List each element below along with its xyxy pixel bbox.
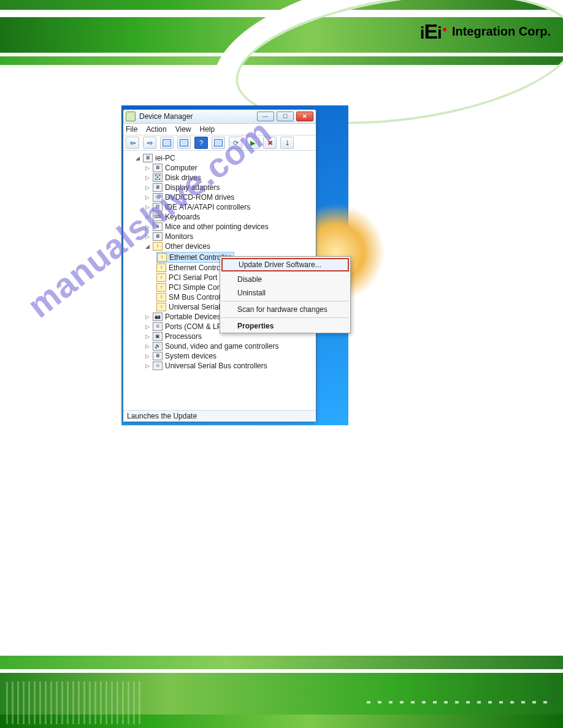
tree-item[interactable]: ▷🔊Sound, video and game controllers — [144, 341, 312, 351]
ctx-update-driver[interactable]: Update Driver Software... — [221, 258, 349, 271]
menu-view[interactable]: View — [175, 125, 191, 134]
view-icon[interactable] — [177, 137, 191, 149]
ctx-separator — [221, 301, 349, 301]
properties-icon[interactable] — [212, 137, 225, 149]
menubar: File Action View Help — [123, 124, 316, 135]
maximize-button[interactable]: ☐ — [277, 112, 294, 121]
forward-icon[interactable]: ⇨ — [143, 137, 156, 149]
tree-item[interactable]: ▷💽Disk drives — [144, 173, 312, 183]
enable-icon[interactable]: ▶ — [246, 137, 259, 149]
app-icon — [126, 112, 136, 121]
scan-icon[interactable]: ⟳ — [229, 137, 242, 149]
toolbar: ⇦ ⇨ ? ⟳ ▶ ✖ ⤓ — [123, 135, 316, 151]
disable-icon[interactable]: ✖ — [263, 137, 277, 149]
ctx-properties[interactable]: Properties — [220, 319, 350, 333]
tree-item[interactable]: ▷⛓IDE ATA/ATAPI controllers — [144, 202, 312, 212]
tree-item-other[interactable]: ◢!Other devices — [144, 241, 312, 251]
tree-item[interactable]: ▷💿DVD/CD-ROM drives — [144, 192, 312, 202]
ctx-uninstall[interactable]: Uninstall — [220, 286, 350, 300]
ctx-separator — [221, 317, 349, 318]
tree-item[interactable]: ▷🖱Mice and other pointing devices — [144, 222, 312, 232]
context-menu: Update Driver Software... Disable Uninst… — [220, 256, 351, 333]
back-icon[interactable]: ⇦ — [126, 137, 139, 149]
tree-item[interactable]: ▷⌨Keyboards — [144, 212, 312, 222]
show-hidden-icon[interactable] — [160, 137, 174, 149]
menu-help[interactable]: Help — [200, 125, 215, 134]
tree-root[interactable]: ◢🖥iei-PC — [134, 153, 312, 163]
ctx-scan[interactable]: Scan for hardware changes — [220, 303, 350, 316]
minimize-button[interactable]: — — [257, 112, 274, 121]
statusbar: Launches the Update — [123, 410, 316, 422]
titlebar[interactable]: Device Manager — ☐ ✕ — [123, 110, 316, 124]
close-button[interactable]: ✕ — [296, 112, 313, 121]
menu-action[interactable]: Action — [146, 125, 166, 134]
tree-item[interactable]: ▷🖥System devices — [144, 351, 312, 361]
tree-item[interactable]: ▷🖥Monitors — [144, 232, 312, 241]
update-icon[interactable]: ⤓ — [280, 137, 294, 149]
ctx-disable[interactable]: Disable — [220, 273, 350, 286]
brand-logo: iEi. — [420, 20, 447, 44]
tree-item[interactable]: ▷🖥Display adapters — [144, 183, 312, 192]
brand-text: Integration Corp. — [452, 25, 551, 39]
tree-item[interactable]: ▷🖥Computer — [144, 163, 312, 173]
page: iEi. Integration Corp. manualshive.com D… — [0, 0, 563, 728]
footer-band — [0, 656, 563, 728]
tree-item[interactable]: ▷⎋Universal Serial Bus controllers — [144, 361, 312, 371]
brand: iEi. Integration Corp. — [420, 20, 551, 44]
menu-file[interactable]: File — [126, 125, 137, 134]
status-text: Launches the Update — [127, 412, 197, 420]
help-icon[interactable]: ? — [194, 137, 208, 149]
window-title: Device Manager — [139, 112, 193, 121]
